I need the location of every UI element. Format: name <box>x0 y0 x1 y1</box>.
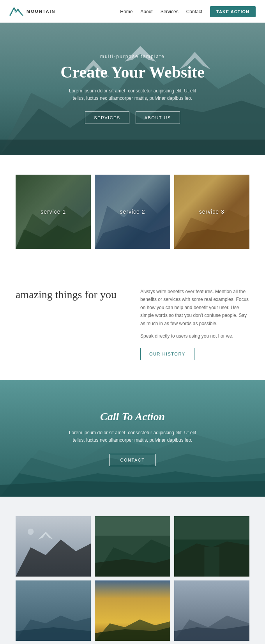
navbar: MOUNTAIN Home About Services Contact TAK… <box>0 0 265 23</box>
gallery-4-svg <box>16 580 91 641</box>
service-2-label: service 2 <box>120 209 145 215</box>
cta-description: Lorem ipsum dolor sit amet, consectetur … <box>66 429 199 444</box>
gallery-item-5[interactable] <box>95 580 170 641</box>
cta-section: Call To Action Lorem ipsum dolor sit ame… <box>0 380 265 497</box>
logo-text: MOUNTAIN <box>26 9 55 14</box>
gallery-5-svg <box>95 580 170 641</box>
service-1-label: service 1 <box>41 209 66 215</box>
gallery-6-svg <box>174 580 249 641</box>
hero-section: multi-purpose template Create Your Websi… <box>0 23 265 155</box>
nav-about[interactable]: About <box>140 9 152 14</box>
cta-content: Call To Action Lorem ipsum dolor sit ame… <box>43 410 222 466</box>
amazing-right: Always write benefits over features. Men… <box>140 288 249 360</box>
nav-services[interactable]: Services <box>161 9 178 14</box>
gallery-2-svg <box>95 516 170 577</box>
amazing-title: amazing things for you <box>16 288 125 302</box>
gallery-item-4[interactable] <box>16 580 91 641</box>
logo-icon <box>9 5 23 18</box>
nav-home[interactable]: Home <box>120 9 132 14</box>
gallery-3-svg <box>174 516 249 577</box>
amazing-text-2: Speak directly to users using you not I … <box>140 332 249 340</box>
nav-cta-button[interactable]: TAKE ACTION <box>210 6 256 17</box>
gallery-section <box>0 497 265 644</box>
hero-subtitle: multi-purpose template <box>60 54 204 59</box>
nav-contact[interactable]: Contact <box>186 9 202 14</box>
logo: MOUNTAIN <box>9 5 55 18</box>
gallery-item-3[interactable] <box>174 516 249 577</box>
amazing-left: amazing things for you <box>16 288 125 302</box>
svg-rect-25 <box>95 516 170 536</box>
gallery-item-1[interactable] <box>16 516 91 577</box>
cta-contact-button[interactable]: CONTACT <box>109 454 156 466</box>
hero-title: Create Your Website <box>60 63 204 81</box>
gallery-item-6[interactable] <box>174 580 249 641</box>
services-section: service 1 service 2 service 3 <box>0 155 265 268</box>
hero-services-button[interactable]: SERVICES <box>85 111 129 124</box>
svg-marker-17 <box>0 481 265 497</box>
cta-title: Call To Action <box>66 410 199 423</box>
hero-description: Lorem ipsum dolor sit amet, consectetur … <box>62 87 203 102</box>
svg-point-21 <box>28 529 34 535</box>
service-card-3[interactable]: service 3 <box>174 175 249 249</box>
amazing-section: amazing things for you Always write bene… <box>0 268 265 380</box>
svg-rect-6 <box>0 140 265 155</box>
gallery-grid <box>16 516 249 641</box>
gallery-1-svg <box>16 516 91 577</box>
our-history-button[interactable]: OUR HISTORY <box>140 348 194 360</box>
amazing-text-1: Always write benefits over features. Men… <box>140 288 249 327</box>
service-3-label: service 3 <box>199 209 224 215</box>
service-card-1[interactable]: service 1 <box>16 175 91 249</box>
nav-links: Home About Services Contact TAKE ACTION <box>120 8 256 15</box>
hero-content: multi-purpose template Create Your Websi… <box>45 54 220 124</box>
services-grid: service 1 service 2 service 3 <box>16 175 249 249</box>
service-card-2[interactable]: service 2 <box>95 175 170 249</box>
hero-about-button[interactable]: ABOUT US <box>136 111 180 124</box>
gallery-item-2[interactable] <box>95 516 170 577</box>
hero-buttons: SERVICES ABOUT US <box>60 111 204 124</box>
